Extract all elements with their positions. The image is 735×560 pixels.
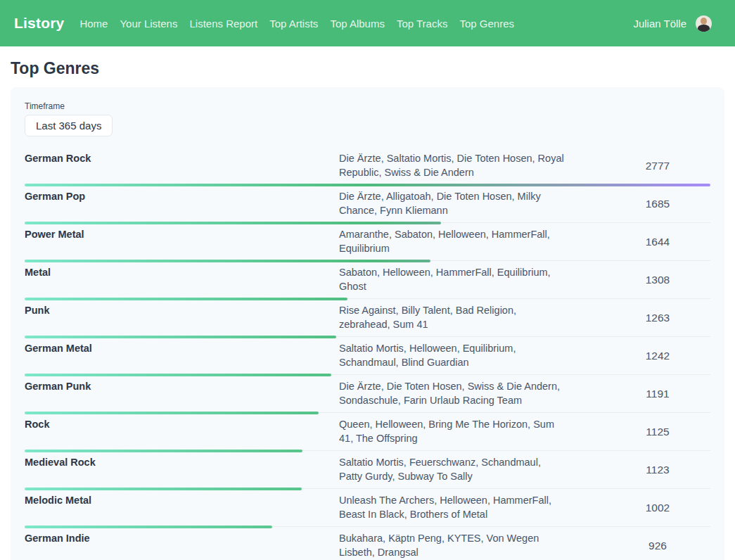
genre-name: Power Metal <box>25 228 339 255</box>
genre-top-artists: Amaranthe, Sabaton, Helloween, HammerFal… <box>339 228 564 255</box>
genre-name: Melodic Metal <box>25 494 339 521</box>
genre-top-artists: Rise Against, Billy Talent, Bad Religion… <box>339 304 564 331</box>
user-area: Julian Tölle <box>633 15 712 32</box>
page-title: Top Genres <box>11 59 724 78</box>
brand-logo[interactable]: Listory <box>14 15 64 32</box>
listen-count: 1242 <box>605 350 710 362</box>
genre-name: Punk <box>25 304 339 331</box>
timeframe-select[interactable]: Last 365 days <box>25 115 113 136</box>
genre-name: Rock <box>25 418 339 445</box>
timeframe-label: Timeframe <box>25 101 710 111</box>
genre-top-artists: Saltatio Mortis, Feuerschwanz, Schandmau… <box>339 456 564 483</box>
table-row: German PunkDie Ärzte, Die Toten Hosen, S… <box>25 375 710 413</box>
nav-item-top-tracks[interactable]: Top Tracks <box>397 18 448 30</box>
listen-count: 1263 <box>605 312 710 324</box>
listen-count: 1002 <box>605 502 710 514</box>
listen-count: 926 <box>605 540 710 552</box>
genre-name: German Metal <box>25 342 339 369</box>
nav-item-listens-report[interactable]: Listens Report <box>189 18 257 30</box>
genre-top-artists: Die Ärzte, Die Toten Hosen, Swiss & Die … <box>339 380 564 407</box>
table-row: PunkRise Against, Billy Talent, Bad Reli… <box>25 299 710 337</box>
genre-top-artists: Die Ärzte, Saltatio Mortis, Die Toten Ho… <box>339 152 564 179</box>
table-row: German RockDie Ärzte, Saltatio Mortis, D… <box>25 147 710 185</box>
user-avatar[interactable] <box>696 15 712 32</box>
genre-name: German Rock <box>25 152 339 179</box>
table-row: RockQueen, Helloween, Bring Me The Horiz… <box>25 413 710 451</box>
table-row: Melodic MetalUnleash The Archers, Hellow… <box>25 489 710 527</box>
listen-count: 1308 <box>605 274 710 286</box>
table-row: Medieval RockSaltatio Mortis, Feuerschwa… <box>25 451 710 489</box>
table-row: MetalSabaton, Helloween, HammerFall, Equ… <box>25 261 710 299</box>
nav-item-top-genres[interactable]: Top Genres <box>459 18 514 30</box>
table-row: Power MetalAmaranthe, Sabaton, Helloween… <box>25 223 710 261</box>
genre-name: German Punk <box>25 380 339 407</box>
genre-name: Medieval Rock <box>25 456 339 483</box>
genre-top-artists: Saltatio Mortis, Helloween, Equilibrium,… <box>339 342 564 369</box>
nav-item-home[interactable]: Home <box>79 18 108 30</box>
listen-count: 1125 <box>605 426 710 438</box>
table-row: German IndieBukahara, Käptn Peng, KYTES,… <box>25 527 710 560</box>
genre-table: German RockDie Ärzte, Saltatio Mortis, D… <box>25 147 710 560</box>
listen-count: 2777 <box>605 160 710 172</box>
genre-top-artists: Unleash The Archers, Helloween, HammerFa… <box>339 494 564 521</box>
nav-item-top-albums[interactable]: Top Albums <box>330 18 385 30</box>
genre-name: German Pop <box>25 190 339 217</box>
listen-count: 1191 <box>605 388 710 400</box>
nav-item-your-listens[interactable]: Your Listens <box>120 18 177 30</box>
listen-count: 1123 <box>605 464 710 476</box>
genre-name: Metal <box>25 266 339 293</box>
app-header: Listory HomeYour ListensListens ReportTo… <box>0 0 735 46</box>
table-row: German PopDie Ärzte, Alligatoah, Die Tot… <box>25 185 710 223</box>
genre-name: German Indie <box>25 532 339 559</box>
genre-top-artists: Bukahara, Käptn Peng, KYTES, Von Wegen L… <box>339 532 564 559</box>
table-row: German MetalSaltatio Mortis, Helloween, … <box>25 337 710 375</box>
listen-count: 1644 <box>605 236 710 248</box>
genre-top-artists: Die Ärzte, Alligatoah, Die Toten Hosen, … <box>339 190 564 217</box>
nav-item-top-artists[interactable]: Top Artists <box>269 18 318 30</box>
genre-top-artists: Queen, Helloween, Bring Me The Horizon, … <box>339 418 564 445</box>
listen-count: 1685 <box>605 198 710 210</box>
user-name[interactable]: Julian Tölle <box>633 18 686 30</box>
main-content: Top Genres Timeframe Last 365 days Germa… <box>0 59 735 560</box>
main-nav: HomeYour ListensListens ReportTop Artist… <box>79 18 633 30</box>
top-genres-card: Timeframe Last 365 days German RockDie Ä… <box>11 87 724 560</box>
genre-top-artists: Sabaton, Helloween, HammerFall, Equilibr… <box>339 266 564 293</box>
